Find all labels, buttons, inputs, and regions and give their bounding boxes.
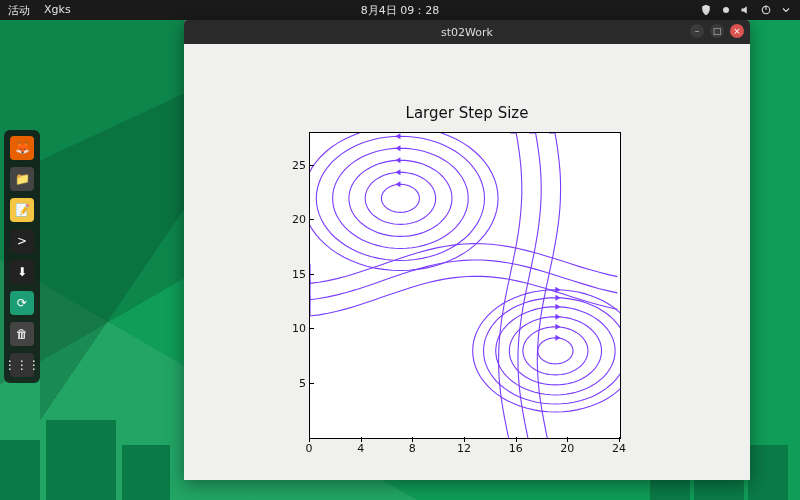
y-tick-label: 25 [288,158,306,171]
desktop: 活动 Xgks 8月4日 09：28 🦊📁📝>⬇⟳🗑⋮⋮⋮ [0,0,800,500]
y-tick-label: 20 [288,213,306,226]
volume-icon[interactable] [740,4,752,16]
activities-button[interactable]: 活动 [8,3,30,18]
dock-apps-grid-icon[interactable]: ⋮⋮⋮ [10,353,34,377]
x-tick-label: 8 [409,442,416,455]
svg-rect-2 [765,6,766,11]
svg-point-0 [723,7,729,13]
clock[interactable]: 8月4日 09：28 [361,3,440,18]
dot-icon[interactable] [720,4,732,16]
chart-axes [309,132,621,439]
dock-software-icon[interactable]: ⟳ [10,291,34,315]
y-tick-label: 10 [288,322,306,335]
x-tick-label: 20 [560,442,574,455]
top-panel: 活动 Xgks 8月4日 09：28 [0,0,800,20]
window-maximize-button[interactable]: □ [710,24,724,38]
shield-icon[interactable] [700,4,712,16]
x-tick-label: 12 [457,442,471,455]
x-tick-label: 0 [306,442,313,455]
window-minimize-button[interactable]: – [690,24,704,38]
y-tick-label: 15 [288,267,306,280]
chart-title: Larger Step Size [406,104,529,122]
dock-firefox-icon[interactable]: 🦊 [10,136,34,160]
window-title: st02Work [441,26,493,39]
dock: 🦊📁📝>⬇⟳🗑⋮⋮⋮ [4,130,40,383]
streamline-plot [310,133,620,438]
titlebar[interactable]: st02Work – □ × [184,20,750,44]
x-tick-label: 4 [357,442,364,455]
app-window: st02Work – □ × Larger Step Size 04812162… [184,20,750,480]
dock-trash-icon[interactable]: 🗑 [10,322,34,346]
system-tray[interactable] [700,4,792,16]
y-tick-label: 5 [288,376,306,389]
x-tick-label: 24 [612,442,626,455]
app-menu-button[interactable]: Xgks [44,3,71,18]
dock-text-editor-icon[interactable]: 📝 [10,198,34,222]
window-close-button[interactable]: × [730,24,744,38]
dock-terminal-icon[interactable]: > [10,229,34,253]
x-tick-label: 16 [509,442,523,455]
caret-icon[interactable] [780,4,792,16]
dock-downloads-icon[interactable]: ⬇ [10,260,34,284]
power-icon[interactable] [760,4,772,16]
dock-files-icon[interactable]: 📁 [10,167,34,191]
plot-area: Larger Step Size 04812162024510152025 [184,44,750,480]
